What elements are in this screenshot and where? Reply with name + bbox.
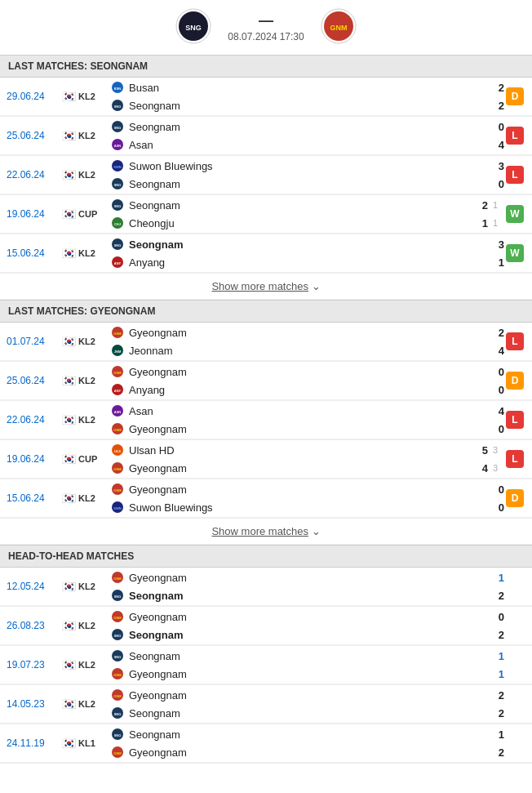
match-datetime: 08.07.2024 17:30 (228, 31, 304, 42)
match-teams: GNM Gyeongnam SNG Seongnam (111, 687, 455, 721)
score-away: 4 (477, 462, 488, 474)
team-name: Gyeongnam (129, 423, 455, 435)
show-more-seongnam[interactable]: Show more matches ⌄ (0, 274, 532, 300)
match-row: 15.06.24 🇰🇷 KL2 GNM Gyeongnam SWN S (0, 479, 532, 518)
svg-text:SNG: SNG (114, 595, 122, 599)
match-teams: ASN Asan GNM Gyeongnam (111, 403, 455, 437)
score-away: 2 (493, 100, 504, 112)
show-more-gyeongnam[interactable]: Show more matches ⌄ (0, 519, 532, 545)
team-name: Seongnam (129, 100, 455, 112)
gyeongnam-matches: 01.07.24 🇰🇷 KL2 GNM Gyeongnam JNM J (0, 323, 532, 519)
team-logo: SNG (111, 649, 124, 662)
match-scores: 3 1 (455, 236, 504, 270)
score-away: 2 (493, 707, 504, 719)
svg-text:SNG: SNG (114, 712, 122, 716)
team-logo: GNM (111, 610, 124, 623)
match-date: 29.06.24 (7, 79, 62, 114)
result-badge-col (504, 608, 525, 643)
result-badge-col: W (504, 236, 525, 270)
match-teams: GNM Gyeongnam JNM Jeonnam (111, 324, 455, 359)
match-row: 15.06.24 🇰🇷 KL2 SNG Seongnam ANY An (0, 234, 532, 273)
match-date: 24.11.19 (7, 726, 62, 760)
team-logo: SNG (111, 198, 124, 212)
match-header: SNG — 08.07.2024 17:30 GNM (0, 0, 532, 55)
match-row: 22.06.24 🇰🇷 KL2 ASN Asan GNM Gyeong (0, 401, 532, 439)
svg-text:GNM: GNM (113, 694, 122, 698)
score-home: 2 (493, 689, 504, 702)
match-info: — 08.07.2024 17:30 (228, 12, 304, 42)
team-logo: CHJ (111, 216, 124, 229)
score-extra-away: 3 (493, 463, 504, 473)
svg-text:GNM: GNM (113, 332, 122, 336)
match-teams: GNM Gyeongnam SWN Suwon Bluewings (111, 481, 455, 515)
h2h-section-header: HEAD-TO-HEAD MATCHES (0, 545, 532, 568)
match-league: 🇰🇷 KL2 (62, 481, 111, 515)
match-row: 19.07.23 🇰🇷 KL2 SNG Seongnam GNM Gy (0, 646, 532, 684)
score-away: 2 (493, 629, 504, 641)
match-scores: 2 4 (455, 324, 504, 359)
team-name: Gyeongnam (129, 611, 455, 623)
match-teams: SNG Seongnam GNM Gyeongnam (111, 726, 455, 760)
svg-text:ULS: ULS (114, 449, 121, 453)
svg-text:CHJ: CHJ (114, 222, 121, 226)
match-scores: 2 2 (455, 79, 504, 114)
match-date: 19.07.23 (7, 648, 62, 682)
svg-text:SNG: SNG (114, 634, 122, 638)
match-date: 15.06.24 (7, 236, 62, 270)
match-row: 19.06.24 🇰🇷 CUP ULS Ulsan HD GNM Gy (0, 440, 532, 479)
team-logo: ANY (111, 256, 124, 269)
score-away: 4 (493, 345, 504, 357)
team-logo: GNM (111, 483, 124, 496)
team-logo: GNM (111, 326, 124, 339)
match-teams: SNG Seongnam GNM Gyeongnam (111, 648, 455, 682)
match-league: 🇰🇷 KL2 (62, 403, 111, 437)
svg-text:GNM: GNM (113, 616, 122, 620)
score-extra-home: 3 (493, 445, 504, 455)
team-logo: BSN (111, 81, 124, 94)
team-name: Seongnam (129, 650, 455, 662)
match-date: 25.06.24 (7, 118, 62, 153)
team-name: Gyeongnam (129, 746, 455, 759)
score-home: 4 (493, 405, 504, 417)
svg-text:GNM: GNM (113, 428, 122, 432)
result-badge-col: L (504, 442, 525, 476)
result-badge: L (506, 166, 524, 184)
score-away: 2 (493, 590, 504, 602)
svg-text:SNG: SNG (114, 204, 122, 208)
team-logo: SNG (111, 120, 124, 133)
match-scores: 3 0 (455, 158, 504, 192)
team-name: Suwon Bluewings (129, 501, 455, 514)
result-badge-col: L (504, 158, 525, 192)
match-league: 🇰🇷 KL2 (62, 608, 111, 643)
team-logo: ULS (111, 443, 124, 457)
match-row: 12.05.24 🇰🇷 KL2 GNM Gyeongnam SNG S (0, 568, 532, 606)
team1-logo: SNG (175, 8, 211, 47)
team-name: Seongnam (129, 707, 455, 719)
match-teams: ULS Ulsan HD GNM Gyeongnam (111, 442, 455, 476)
result-badge-col (504, 648, 525, 682)
team2-logo: GNM (321, 8, 357, 47)
result-badge-col: D (504, 79, 525, 114)
svg-text:GNM: GNM (330, 24, 347, 32)
score-extra-away: 1 (493, 218, 504, 228)
match-scores: 5 3 4 3 (455, 442, 504, 476)
svg-text:GNM: GNM (113, 577, 122, 581)
score-home: 1 (493, 728, 504, 741)
match-row: 26.08.23 🇰🇷 KL2 GNM Gyeongnam SNG S (0, 607, 532, 645)
match-teams: GNM Gyeongnam SNG Seongnam (111, 569, 455, 604)
team-name: Gyeongnam (129, 689, 455, 702)
team-logo: SNG (111, 628, 124, 641)
team-logo: SNG (111, 99, 124, 112)
result-badge: W (506, 205, 524, 223)
result-badge: L (506, 127, 524, 145)
result-badge-col: L (504, 324, 525, 359)
svg-text:SNG: SNG (186, 24, 202, 32)
match-teams: SNG Seongnam CHJ Cheongju (111, 197, 455, 231)
match-scores: 0 0 (455, 363, 504, 398)
match-row: 24.11.19 🇰🇷 KL1 SNG Seongnam GNM Gy (0, 724, 532, 763)
match-row: 29.06.24 🇰🇷 KL2 BSN Busan SNG Seong (0, 78, 532, 116)
match-league: 🇰🇷 CUP (62, 197, 111, 231)
svg-text:ANY: ANY (114, 261, 122, 265)
match-league: 🇰🇷 KL2 (62, 79, 111, 114)
team-name: Busan (129, 82, 455, 94)
